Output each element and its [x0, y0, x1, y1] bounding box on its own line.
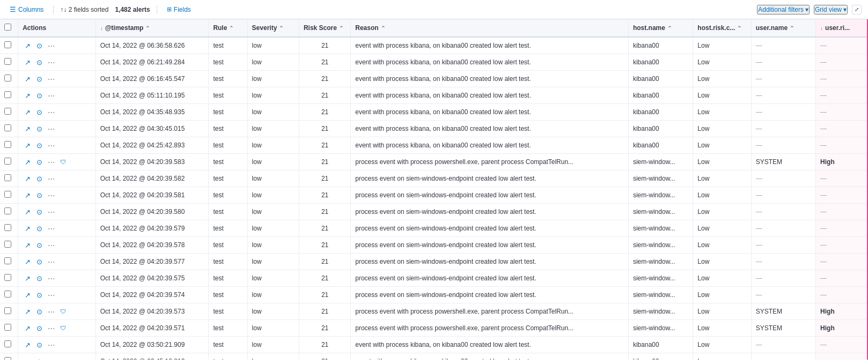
more-options-icon[interactable]: ⋯: [46, 57, 56, 67]
expand-row-icon[interactable]: ↗: [23, 207, 32, 217]
network-icon[interactable]: ⊙: [34, 74, 44, 84]
col-user-risk[interactable]: ↓ user.ri...: [816, 19, 867, 37]
network-icon[interactable]: ⊙: [34, 224, 44, 233]
more-options-icon[interactable]: ⋯: [46, 356, 56, 360]
col-host-name[interactable]: host.name ⌃: [628, 19, 693, 37]
expand-row-icon[interactable]: ↗: [23, 257, 32, 266]
expand-row-icon[interactable]: ↗: [23, 323, 32, 333]
shield-icon[interactable]: 🛡: [58, 157, 68, 167]
row-checkbox[interactable]: [4, 191, 11, 198]
more-options-icon[interactable]: ⋯: [46, 107, 56, 117]
network-icon[interactable]: ⊙: [34, 323, 44, 333]
more-options-icon[interactable]: ⋯: [46, 41, 56, 50]
expand-row-icon[interactable]: ↗: [23, 190, 32, 200]
more-options-icon[interactable]: ⋯: [46, 190, 56, 200]
network-icon[interactable]: ⊙: [34, 273, 44, 283]
col-reason[interactable]: Reason ⌃: [351, 19, 629, 37]
row-checkbox[interactable]: [4, 224, 11, 231]
row-checkbox[interactable]: [4, 158, 11, 165]
row-checkbox[interactable]: [4, 75, 11, 81]
network-icon[interactable]: ⊙: [34, 91, 44, 100]
network-icon[interactable]: ⊙: [34, 207, 44, 217]
more-options-icon[interactable]: ⋯: [46, 157, 56, 167]
expand-row-icon[interactable]: ↗: [23, 41, 32, 50]
expand-row-icon[interactable]: ↗: [23, 340, 32, 350]
more-options-icon[interactable]: ⋯: [46, 174, 56, 183]
expand-row-icon[interactable]: ↗: [23, 140, 32, 150]
expand-row-icon[interactable]: ↗: [23, 290, 32, 300]
expand-row-icon[interactable]: ↗: [23, 57, 32, 67]
network-icon[interactable]: ⊙: [34, 356, 44, 360]
row-checkbox[interactable]: [4, 207, 11, 214]
network-icon[interactable]: ⊙: [34, 340, 44, 350]
expand-row-icon[interactable]: ↗: [23, 91, 32, 100]
network-icon[interactable]: ⊙: [34, 190, 44, 200]
more-options-icon[interactable]: ⋯: [46, 307, 56, 316]
expand-button[interactable]: ⤢: [852, 5, 862, 14]
dash-value: —: [756, 274, 762, 282]
columns-button[interactable]: ☰ Columns: [6, 3, 47, 16]
row-checkbox[interactable]: [4, 291, 11, 298]
col-rule[interactable]: Rule ⌃: [209, 19, 247, 37]
col-actions[interactable]: Actions: [18, 19, 95, 37]
col-timestamp[interactable]: ↓ @timestamp ⌃: [95, 19, 209, 37]
col-risk-score[interactable]: Risk Score ⌃: [299, 19, 350, 37]
select-all-checkbox[interactable]: [4, 24, 11, 31]
row-checkbox[interactable]: [4, 174, 11, 181]
network-icon[interactable]: ⊙: [34, 140, 44, 150]
col-host-risk[interactable]: host.risk.c... ⌃: [693, 19, 751, 37]
expand-row-icon[interactable]: ↗: [23, 356, 32, 360]
more-options-icon[interactable]: ⋯: [46, 91, 56, 100]
network-icon[interactable]: ⊙: [34, 174, 44, 183]
row-checkbox[interactable]: [4, 274, 11, 281]
network-icon[interactable]: ⊙: [34, 157, 44, 167]
more-options-icon[interactable]: ⋯: [46, 140, 56, 150]
additional-filters-button[interactable]: Additional filters ▾: [757, 5, 810, 14]
row-checkbox[interactable]: [4, 340, 11, 347]
network-icon[interactable]: ⊙: [34, 41, 44, 50]
more-options-icon[interactable]: ⋯: [46, 240, 56, 250]
network-icon[interactable]: ⊙: [34, 240, 44, 250]
more-options-icon[interactable]: ⋯: [46, 257, 56, 266]
more-options-icon[interactable]: ⋯: [46, 207, 56, 217]
network-icon[interactable]: ⊙: [34, 107, 44, 117]
expand-row-icon[interactable]: ↗: [23, 224, 32, 233]
fields-button[interactable]: ⊞ Fields: [164, 4, 194, 16]
expand-row-icon[interactable]: ↗: [23, 74, 32, 84]
grid-view-button[interactable]: Grid view ▾: [814, 5, 848, 14]
row-checkbox[interactable]: [4, 324, 11, 331]
network-icon[interactable]: ⊙: [34, 257, 44, 266]
col-user-name[interactable]: user.name ⌃: [751, 19, 815, 37]
expand-row-icon[interactable]: ↗: [23, 240, 32, 250]
expand-row-icon[interactable]: ↗: [23, 174, 32, 183]
expand-row-icon[interactable]: ↗: [23, 157, 32, 167]
more-options-icon[interactable]: ⋯: [46, 124, 56, 133]
row-checkbox[interactable]: [4, 58, 11, 65]
shield-icon[interactable]: 🛡: [58, 323, 68, 333]
row-checkbox[interactable]: [4, 108, 11, 115]
row-checkbox[interactable]: [4, 124, 11, 131]
row-checkbox[interactable]: [4, 307, 11, 314]
more-options-icon[interactable]: ⋯: [46, 273, 56, 283]
col-severity[interactable]: Severity ⌃: [247, 19, 299, 37]
more-options-icon[interactable]: ⋯: [46, 340, 56, 350]
row-checkbox[interactable]: [4, 241, 11, 248]
row-checkbox[interactable]: [4, 357, 11, 360]
network-icon[interactable]: ⊙: [34, 124, 44, 133]
row-checkbox[interactable]: [4, 91, 11, 98]
row-checkbox[interactable]: [4, 141, 11, 148]
row-checkbox[interactable]: [4, 257, 11, 264]
expand-row-icon[interactable]: ↗: [23, 307, 32, 316]
more-options-icon[interactable]: ⋯: [46, 290, 56, 300]
shield-icon[interactable]: 🛡: [58, 307, 68, 316]
more-options-icon[interactable]: ⋯: [46, 323, 56, 333]
more-options-icon[interactable]: ⋯: [46, 74, 56, 84]
network-icon[interactable]: ⊙: [34, 290, 44, 300]
network-icon[interactable]: ⊙: [34, 57, 44, 67]
network-icon[interactable]: ⊙: [34, 307, 44, 316]
expand-row-icon[interactable]: ↗: [23, 273, 32, 283]
expand-row-icon[interactable]: ↗: [23, 107, 32, 117]
more-options-icon[interactable]: ⋯: [46, 224, 56, 233]
expand-row-icon[interactable]: ↗: [23, 124, 32, 133]
row-checkbox[interactable]: [4, 41, 11, 48]
